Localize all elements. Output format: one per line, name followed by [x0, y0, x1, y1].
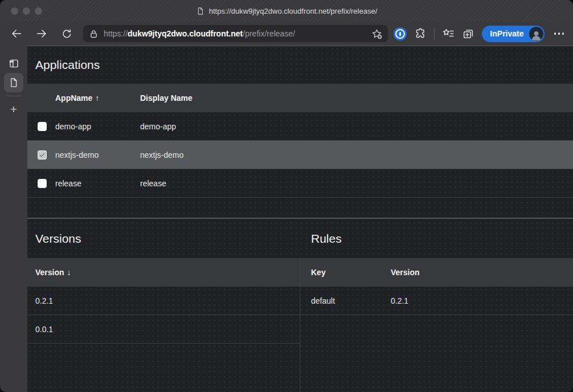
browser-window: https://dukw9jtyq2dwo.cloudfront.net/pre… — [0, 0, 573, 392]
rule-version-cell: 0.2.1 — [391, 296, 573, 305]
puzzle-icon — [414, 27, 427, 40]
dot-icon — [562, 32, 564, 35]
rule-version-column-header[interactable]: Version — [391, 268, 573, 277]
version-column-header[interactable]: Version↓ — [35, 268, 71, 277]
page-icon — [196, 7, 204, 15]
appname-column-header[interactable]: AppName↑ — [55, 93, 140, 103]
inprivate-label: InPrivate — [490, 29, 523, 38]
app-name-cell: demo-app — [55, 122, 140, 131]
favorites-button[interactable] — [442, 27, 455, 40]
sidebar-divider — [6, 96, 22, 96]
collections-icon — [462, 27, 474, 40]
app-name-cell: nextjs-demo — [55, 150, 140, 160]
1password-icon — [394, 27, 407, 40]
rules-panel: Key Version default 0.2.1 — [300, 258, 573, 392]
back-arrow-icon — [10, 27, 23, 40]
main-area: + Applications AppName↑ Display Name dem… — [0, 46, 573, 392]
person-icon — [530, 29, 542, 41]
new-tab-button[interactable]: + — [4, 99, 23, 119]
rule-row[interactable]: default 0.2.1 — [300, 287, 573, 315]
applications-table-header: AppName↑ Display Name — [27, 84, 573, 112]
application-row[interactable]: demo-app demo-app — [27, 112, 573, 141]
versions-panel: Version↓ 0.2.1 0.0.1 — [27, 258, 300, 392]
dot-icon — [558, 32, 560, 35]
forward-arrow-icon — [35, 27, 48, 40]
row-checkbox[interactable] — [38, 122, 47, 131]
toolbar: https://dukw9jtyq2dwo.cloudfront.net/pre… — [0, 22, 573, 46]
window-title-url: https://dukw9jtyq2dwo.cloudfront.net/pre… — [209, 7, 378, 15]
row-checkbox[interactable] — [38, 179, 47, 188]
add-favorite-button[interactable] — [371, 28, 382, 39]
star-list-icon — [442, 27, 455, 40]
star-plus-icon — [371, 28, 382, 39]
document-tab-icon — [8, 77, 19, 88]
page-content: Applications AppName↑ Display Name demo-… — [27, 46, 573, 392]
extensions-button[interactable] — [414, 27, 427, 40]
version-cell: 0.0.1 — [35, 325, 53, 334]
vertical-tabs-sidebar: + — [0, 46, 27, 392]
refresh-button[interactable] — [57, 24, 76, 43]
display-name-cell: demo-app — [140, 122, 573, 131]
rules-table-header: Key Version — [300, 258, 573, 287]
close-window-button[interactable] — [11, 7, 18, 15]
password-manager-extension-button[interactable] — [394, 27, 407, 40]
rule-key-cell: default — [311, 296, 391, 305]
refresh-icon — [61, 28, 73, 40]
display-name-cell: nextjs-demo — [140, 150, 573, 160]
row-checkbox[interactable] — [38, 150, 47, 160]
display-name-cell: release — [140, 179, 573, 188]
version-row[interactable]: 0.0.1 — [27, 315, 300, 344]
tab-actions-button[interactable] — [4, 54, 23, 73]
applications-title: Applications — [35, 58, 100, 72]
collections-button[interactable] — [462, 27, 474, 40]
app-name-cell: release — [55, 179, 140, 188]
version-row[interactable]: 0.2.1 — [27, 287, 300, 315]
rules-title: Rules — [311, 232, 342, 246]
inprivate-badge[interactable]: InPrivate — [482, 26, 544, 42]
applications-heading-row: Applications — [27, 46, 573, 84]
versions-title: Versions — [35, 232, 81, 246]
url-domain: dukw9jtyq2dwo.cloudfront.net — [128, 29, 243, 38]
sort-descending-icon: ↓ — [67, 268, 71, 277]
traffic-lights — [11, 7, 42, 15]
address-url[interactable]: https://dukw9jtyq2dwo.cloudfront.net/pre… — [104, 29, 367, 38]
url-scheme: https:// — [104, 29, 128, 38]
vertical-tabs-icon — [8, 58, 20, 70]
back-button[interactable] — [7, 24, 26, 43]
window-title: https://dukw9jtyq2dwo.cloudfront.net/pre… — [196, 7, 378, 15]
panel-bodies: Version↓ 0.2.1 0.0.1 Key Version — [27, 258, 573, 392]
settings-menu-button[interactable] — [552, 32, 567, 35]
dot-icon — [554, 32, 556, 35]
lock-icon[interactable] — [89, 29, 99, 39]
panel-headings: Versions Rules — [27, 219, 573, 258]
rules-heading-row: Rules — [300, 219, 573, 258]
url-path: /prefix/release/ — [243, 29, 295, 38]
profile-avatar[interactable] — [529, 27, 543, 41]
application-row[interactable]: release release — [27, 169, 573, 198]
version-cell: 0.2.1 — [35, 296, 53, 305]
address-bar[interactable]: https://dukw9jtyq2dwo.cloudfront.net/pre… — [83, 25, 388, 42]
sort-ascending-icon: ↑ — [95, 93, 99, 103]
toolbar-divider — [434, 28, 435, 39]
displayname-column-header[interactable]: Display Name — [140, 93, 573, 103]
toolbar-right: InPrivate — [394, 26, 566, 42]
forward-button[interactable] — [32, 24, 51, 43]
zoom-window-button[interactable] — [35, 7, 42, 15]
applications-table-footer — [27, 198, 573, 219]
versions-heading-row: Versions — [27, 219, 300, 258]
active-tab[interactable] — [4, 73, 23, 92]
application-row[interactable]: nextjs-demo nextjs-demo — [27, 141, 573, 169]
versions-table-header: Version↓ — [27, 258, 300, 287]
lower-panels: Versions Rules Version↓ 0.2.1 — [27, 219, 573, 392]
minimize-window-button[interactable] — [23, 7, 30, 15]
key-column-header[interactable]: Key — [311, 268, 391, 277]
plus-icon: + — [10, 103, 17, 115]
titlebar: https://dukw9jtyq2dwo.cloudfront.net/pre… — [0, 0, 573, 22]
check-icon — [39, 152, 46, 158]
